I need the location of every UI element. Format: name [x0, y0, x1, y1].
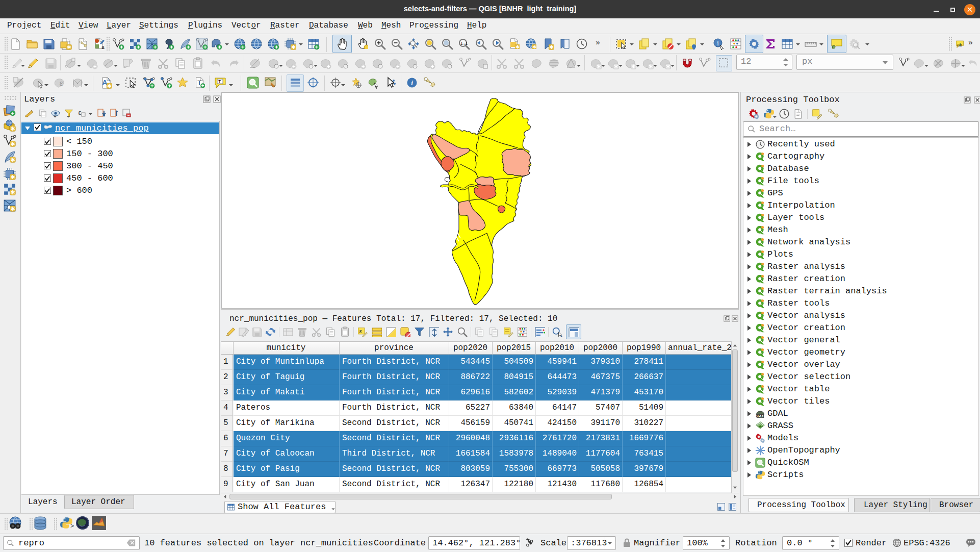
- svg-text:ab: ab: [957, 42, 962, 47]
- svg-text:ε: ε: [59, 80, 63, 88]
- svg-text:ε: ε: [359, 329, 363, 335]
- svg-text:T: T: [218, 80, 221, 85]
- svg-text:a: a: [101, 45, 105, 49]
- svg-text:1:1: 1:1: [460, 41, 468, 46]
- svg-text:i: i: [411, 79, 413, 87]
- svg-text:ε: ε: [78, 110, 82, 117]
